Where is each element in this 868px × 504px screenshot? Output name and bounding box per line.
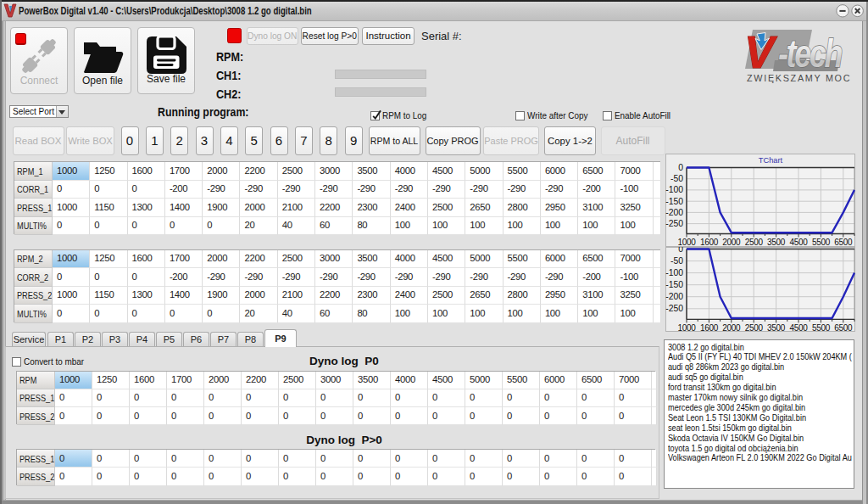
svg-text:-50: -50: [670, 256, 683, 266]
svg-text:ZWIĘKSZAMY MOC: ZWIĘKSZAMY MOC: [747, 73, 851, 83]
svg-text:6500: 6500: [834, 323, 853, 332]
svg-text:TChart: TChart: [759, 156, 783, 165]
svg-text:4500: 4500: [789, 238, 808, 247]
svg-text:1000: 1000: [677, 238, 696, 247]
svg-text:2000: 2000: [722, 238, 741, 247]
svg-text:2000: 2000: [722, 323, 741, 332]
svg-text:-200: -200: [665, 208, 683, 217]
svg-text:-100: -100: [665, 185, 683, 194]
svg-text:3500: 3500: [767, 238, 786, 247]
svg-text:-150: -150: [665, 280, 683, 289]
svg-text:2500: 2500: [745, 323, 764, 332]
svg-text:-250: -250: [665, 219, 683, 228]
svg-text:-250: -250: [665, 304, 683, 313]
svg-text:-tech: -tech: [778, 32, 842, 76]
svg-text:0: 0: [678, 247, 683, 254]
svg-text:0: 0: [678, 163, 683, 172]
svg-text:1000: 1000: [677, 323, 696, 332]
svg-text:-50: -50: [670, 174, 683, 183]
svg-text:1600: 1600: [700, 238, 719, 247]
svg-text:2500: 2500: [745, 238, 764, 247]
svg-text:5500: 5500: [812, 323, 831, 332]
svg-text:1600: 1600: [700, 323, 719, 332]
svg-text:6500: 6500: [834, 238, 853, 247]
svg-text:3500: 3500: [767, 323, 786, 332]
svg-text:-200: -200: [665, 292, 683, 301]
svg-text:4500: 4500: [789, 323, 808, 332]
svg-text:-150: -150: [665, 197, 683, 206]
svg-text:-100: -100: [665, 268, 683, 277]
svg-text:5500: 5500: [812, 238, 831, 247]
